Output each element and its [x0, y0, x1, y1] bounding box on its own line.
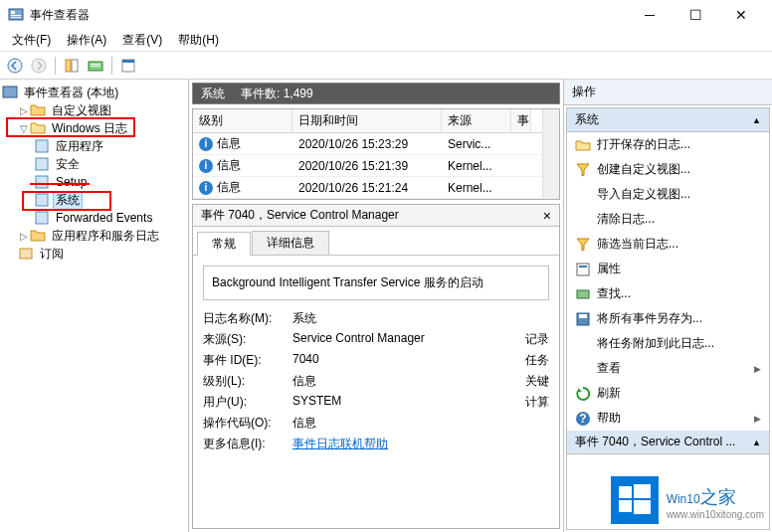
level-value: 信息: [292, 373, 509, 390]
level-label: 级别(L):: [203, 373, 292, 390]
col-source[interactable]: 来源: [442, 109, 511, 132]
tree-subscription[interactable]: 订阅: [2, 245, 186, 263]
subscription-icon: [18, 246, 34, 262]
tree-windows-logs[interactable]: ▽ Windows 日志: [2, 119, 186, 137]
titlebar: 事件查看器 ─ ☐ ✕: [0, 0, 772, 30]
eventid-value: 7040: [292, 352, 509, 369]
menu-help[interactable]: 帮助(H): [170, 30, 227, 51]
log-icon: [34, 192, 50, 208]
eventid-label: 事件 ID(E):: [203, 352, 292, 369]
action-find[interactable]: 查找...: [567, 281, 769, 306]
more-link[interactable]: 事件日志联机帮助: [292, 436, 549, 452]
watermark-url: www.win10xitong.com: [667, 509, 764, 520]
toolbar-icon-3[interactable]: [117, 55, 139, 77]
chevron-right-icon: ▶: [754, 414, 761, 424]
tree-app-service-logs[interactable]: ▷ 应用程序和服务日志: [2, 227, 186, 245]
middle-pane: 系统 事件数: 1,499 级别 日期和时间 来源 事 i信息2020/10/2…: [189, 80, 563, 532]
minimize-button[interactable]: ─: [627, 0, 673, 30]
col-event[interactable]: 事: [511, 109, 531, 132]
svg-rect-2: [11, 15, 21, 16]
log-icon: [34, 174, 50, 190]
row-level: 信息: [217, 157, 241, 174]
svg-rect-13: [3, 87, 17, 97]
tree-setup[interactable]: Setup: [2, 173, 186, 191]
info-icon: i: [199, 137, 213, 151]
back-button[interactable]: [4, 55, 26, 77]
svg-text:?: ?: [579, 412, 586, 426]
svg-rect-29: [634, 484, 651, 498]
opcode-value: 信息: [292, 415, 549, 432]
keyword-label: 关键: [509, 373, 549, 390]
properties-icon: [575, 262, 591, 277]
event-grid: 级别 日期和时间 来源 事 i信息2020/10/26 15:23:29Serv…: [192, 108, 560, 200]
svg-rect-3: [11, 17, 21, 18]
action-create-view[interactable]: 创建自定义视图...: [567, 157, 769, 182]
action-clear-log[interactable]: 清除日志...: [567, 207, 769, 232]
row-source: Kernel...: [442, 157, 511, 175]
tree-forwarded[interactable]: Forwarded Events: [2, 209, 186, 227]
event-list-header: 系统 事件数: 1,499: [192, 83, 560, 104]
watermark: Win10之家 www.win10xitong.com: [611, 476, 764, 524]
action-view[interactable]: 查看▶: [567, 356, 769, 381]
tree-system[interactable]: 系统: [2, 191, 186, 209]
tab-details[interactable]: 详细信息: [252, 231, 329, 255]
menu-view[interactable]: 查看(V): [114, 30, 170, 51]
forward-button[interactable]: [28, 55, 50, 77]
save-icon: [575, 311, 591, 327]
action-import-view[interactable]: 导入自定义视图...: [567, 182, 769, 207]
col-level[interactable]: 级别: [193, 109, 292, 132]
action-open-saved[interactable]: 打开保存的日志...: [567, 132, 769, 157]
log-icon: [34, 138, 50, 154]
collapse-icon[interactable]: ▽: [18, 123, 30, 134]
svg-rect-9: [91, 64, 100, 65]
tree-root[interactable]: 事件查看器 (本地): [2, 84, 186, 101]
tree-view: 事件查看器 (本地) ▷ 自定义视图 ▽ Windows 日志 应用程序 安全 …: [0, 80, 189, 532]
row-datetime: 2020/10/26 15:23:29: [292, 135, 442, 153]
user-value: SYSTEM: [292, 394, 509, 411]
table-row[interactable]: i信息2020/10/26 15:21:24Kernel...: [193, 177, 542, 199]
row-source: Kernel...: [442, 179, 511, 197]
action-properties[interactable]: 属性: [567, 257, 769, 281]
task-label: 任务: [509, 352, 549, 369]
svg-rect-6: [66, 60, 71, 72]
svg-rect-19: [20, 249, 32, 259]
svg-rect-31: [634, 500, 651, 514]
action-filter[interactable]: 筛选当前日志...: [567, 232, 769, 257]
expand-icon[interactable]: ▷: [18, 105, 30, 116]
svg-rect-10: [91, 66, 100, 67]
folder-icon: [30, 228, 46, 244]
menu-action[interactable]: 操作(A): [59, 30, 114, 51]
action-save-all[interactable]: 将所有事件另存为...: [567, 306, 769, 331]
action-help[interactable]: ?帮助▶: [567, 406, 769, 431]
action-attach-task[interactable]: 将任务附加到此日志...: [567, 331, 769, 356]
grid-scrollbar[interactable]: [542, 109, 559, 199]
table-row[interactable]: i信息2020/10/26 15:23:29Servic...: [193, 133, 542, 155]
tree-security[interactable]: 安全: [2, 155, 186, 173]
chevron-up-icon: ▲: [752, 115, 761, 125]
find-icon: [575, 286, 591, 302]
opcode-label: 操作代码(O):: [203, 415, 292, 432]
svg-rect-22: [577, 290, 589, 298]
col-datetime[interactable]: 日期和时间: [292, 109, 442, 132]
toolbar-icon-2[interactable]: [85, 55, 106, 77]
expand-icon[interactable]: ▷: [18, 231, 30, 242]
table-row[interactable]: i信息2020/10/26 15:21:39Kernel...: [193, 155, 542, 177]
toolbar-icon-1[interactable]: [61, 55, 83, 77]
maximize-button[interactable]: ☐: [673, 0, 718, 30]
log-name-value: 系统: [292, 310, 549, 327]
actions-section-system[interactable]: 系统▲: [567, 108, 769, 132]
svg-rect-21: [579, 266, 587, 267]
tree-application[interactable]: 应用程序: [2, 137, 186, 155]
tree-custom-views[interactable]: ▷ 自定义视图: [2, 101, 186, 119]
filter-icon: [575, 237, 591, 253]
menu-file[interactable]: 文件(F): [4, 30, 59, 51]
action-refresh[interactable]: 刷新: [567, 381, 769, 406]
close-button[interactable]: ✕: [718, 0, 764, 30]
actions-section-event[interactable]: 事件 7040，Service Control ...▲: [567, 431, 769, 454]
info-icon: i: [199, 181, 213, 195]
detail-panel: 事件 7040，Service Control Manager × 常规 详细信…: [192, 204, 560, 529]
summary-count: 事件数: 1,499: [241, 86, 313, 102]
tab-general[interactable]: 常规: [197, 232, 251, 256]
svg-rect-20: [577, 264, 589, 275]
detail-close-button[interactable]: ×: [543, 208, 551, 224]
